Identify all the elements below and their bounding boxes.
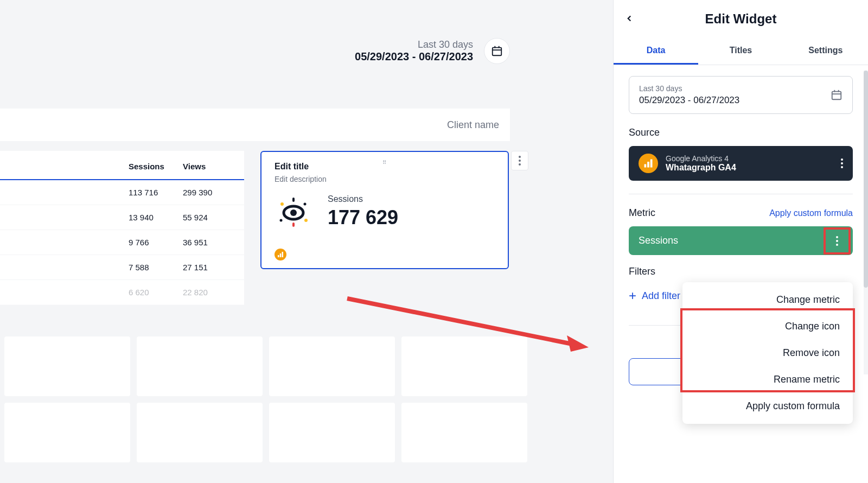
svg-point-8 (280, 202, 284, 206)
placeholder-card[interactable] (269, 403, 395, 462)
placeholder-row (0, 336, 532, 396)
placeholder-card[interactable] (4, 336, 130, 396)
scrollbar[interactable] (864, 71, 868, 374)
more-vertical-icon (841, 158, 843, 168)
svg-rect-17 (832, 92, 841, 100)
calendar-button[interactable] (484, 38, 510, 64)
source-row[interactable]: Google Analytics 4 Whatagraph GA4 (629, 146, 853, 181)
date-header: Last 30 days 05/29/2023 - 06/27/2023 (355, 38, 510, 64)
date-range: 05/29/2023 - 06/27/2023 (355, 50, 473, 63)
column-header-views[interactable]: Views (183, 162, 237, 171)
svg-point-11 (304, 219, 308, 222)
source-name: Google Analytics 4 (666, 154, 736, 163)
apply-custom-formula-link[interactable]: Apply custom formula (769, 208, 853, 218)
table-row: 113 716 299 390 (0, 180, 244, 205)
date-range-input[interactable]: Last 30 days 05/29/2023 - 06/27/2023 (629, 76, 853, 114)
tab-settings[interactable]: Settings (783, 38, 868, 65)
source-menu-button[interactable] (841, 158, 843, 168)
more-vertical-icon (519, 156, 521, 166)
svg-rect-13 (280, 253, 282, 257)
table-row: 6 620 22 820 (0, 280, 244, 305)
source-account: Whatagraph GA4 (666, 163, 736, 173)
dropdown-rename-metric[interactable]: Rename metric (682, 366, 853, 393)
table-row: 7 588 27 151 (0, 255, 244, 280)
scrollbar-thumb[interactable] (864, 71, 868, 288)
client-name-bar[interactable]: Client name (0, 109, 510, 141)
widget-description[interactable]: Edit description (275, 175, 495, 183)
metric-label: Sessions (328, 194, 398, 204)
widget-menu-button[interactable] (511, 151, 528, 170)
placeholder-card[interactable] (269, 336, 395, 396)
date-input-label: Last 30 days (639, 84, 739, 93)
svg-rect-6 (292, 198, 295, 202)
date-label: Last 30 days (355, 39, 473, 50)
metric-name: Sessions (639, 235, 678, 246)
widget-card[interactable]: ⠿ Edit title Edit description Sessions 1… (260, 151, 509, 269)
source-badge-icon (275, 249, 286, 260)
svg-marker-16 (567, 335, 589, 352)
svg-point-9 (304, 203, 307, 206)
data-table: Sessions Views 113 716 299 390 13 940 55… (0, 151, 244, 305)
divider (629, 194, 853, 194)
svg-point-10 (280, 219, 283, 222)
table-row: 9 766 36 951 (0, 230, 244, 255)
column-header-sessions[interactable]: Sessions (129, 162, 183, 171)
svg-rect-23 (650, 160, 653, 168)
placeholder-card[interactable] (401, 336, 527, 396)
back-button[interactable] (624, 11, 634, 27)
table-row: 13 940 55 924 (0, 205, 244, 230)
calendar-icon (831, 89, 843, 101)
svg-rect-14 (282, 252, 284, 257)
metric-menu-button[interactable] (824, 227, 851, 255)
source-section-label: Source (629, 127, 853, 138)
placeholder-card[interactable] (401, 403, 527, 462)
dropdown-change-metric[interactable]: Change metric (682, 287, 853, 313)
svg-point-5 (290, 209, 297, 216)
placeholder-card[interactable] (137, 403, 263, 462)
panel-tabs: Data Titles Settings (614, 38, 868, 65)
metric-value: 177 629 (328, 206, 398, 229)
ga4-icon (639, 154, 658, 173)
dropdown-apply-formula[interactable]: Apply custom formula (682, 393, 853, 420)
svg-rect-22 (647, 162, 649, 168)
plus-icon: + (629, 288, 636, 303)
dropdown-remove-icon[interactable]: Remove icon (682, 340, 853, 366)
metric-row[interactable]: Sessions (629, 226, 853, 255)
date-input-range: 05/29/2023 - 06/27/2023 (639, 95, 739, 106)
dropdown-change-icon[interactable]: Change icon (682, 313, 853, 340)
tab-titles[interactable]: Titles (698, 38, 783, 65)
chevron-left-icon (624, 14, 634, 23)
metric-section-label: Metric (629, 207, 655, 219)
placeholder-card[interactable] (4, 403, 130, 462)
placeholder-card[interactable] (137, 336, 263, 396)
more-vertical-icon (836, 236, 838, 246)
svg-rect-7 (292, 223, 295, 227)
edit-widget-panel: Edit Widget Data Titles Settings Last 30… (613, 0, 868, 483)
svg-rect-0 (493, 48, 502, 56)
client-name-text: Client name (447, 119, 499, 131)
filters-section-label: Filters (629, 266, 853, 277)
add-filter-label: Add filter (642, 290, 680, 302)
calendar-icon (491, 45, 503, 57)
panel-title: Edit Widget (705, 11, 777, 27)
eye-icon (275, 195, 312, 228)
placeholder-row (0, 403, 532, 462)
drag-handle-icon[interactable]: ⠿ (382, 160, 387, 166)
tab-data[interactable]: Data (614, 38, 698, 65)
svg-rect-21 (644, 164, 647, 168)
metric-dropdown-menu: Change metric Change icon Remove icon Re… (682, 282, 853, 424)
svg-rect-12 (278, 255, 279, 257)
